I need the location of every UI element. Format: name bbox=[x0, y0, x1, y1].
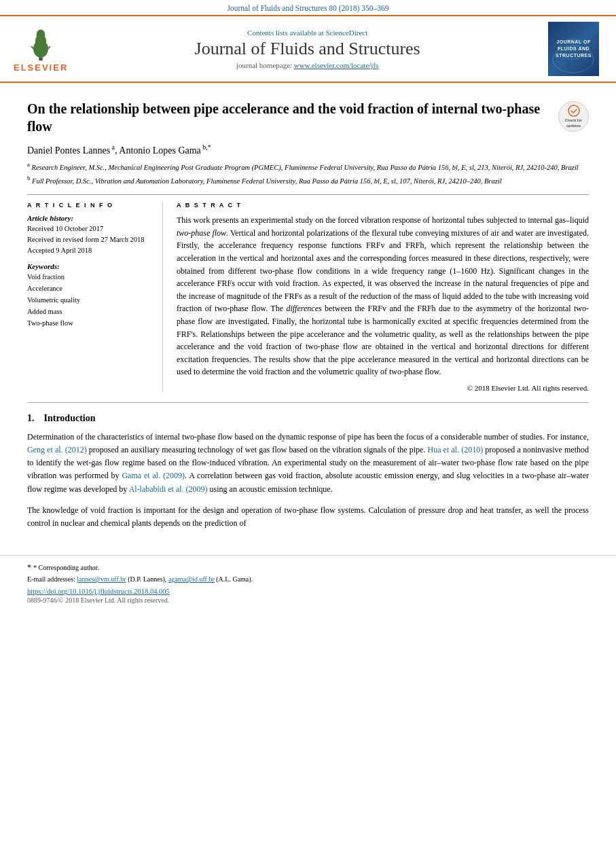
abstract-text: This work presents an experimental study… bbox=[177, 214, 589, 378]
keywords-section: Keywords: Void fraction Accelerance Volu… bbox=[27, 262, 152, 329]
elsevier-tree-icon bbox=[20, 25, 61, 62]
journal-citation: Journal of Fluids and Structures 80 (201… bbox=[228, 4, 389, 12]
journal-title: Journal of Fluids and Structures bbox=[80, 38, 535, 59]
keyword-5: Two-phase flow bbox=[27, 318, 152, 329]
main-content: On the relationship between pipe acceler… bbox=[0, 83, 616, 552]
footnote-emails: E-mail addresses: lannes@vm.uff.br (D.P.… bbox=[27, 574, 589, 585]
introduction-heading: 1. Introduction bbox=[27, 413, 589, 424]
check-updates-badge: Check for updates bbox=[558, 101, 589, 132]
star-symbol: * bbox=[27, 562, 33, 572]
author-1-superscript: a bbox=[110, 143, 115, 151]
footer: * * Corresponding author. E-mail address… bbox=[0, 555, 616, 609]
email-label: E-mail addresses: bbox=[27, 575, 77, 583]
ref-geng-2012[interactable]: Geng et al. (2012) bbox=[27, 445, 87, 454]
contents-text: Contents lists available at bbox=[247, 29, 325, 37]
sciencedirect-link: Contents lists available at ScienceDirec… bbox=[80, 29, 535, 37]
journal-cover-image: JOURNAL OF FLUIDS AND STRUCTURES bbox=[548, 22, 599, 76]
homepage-label: journal homepage: bbox=[236, 61, 294, 69]
author-2-name: Antonio Lopes Gama bbox=[119, 145, 201, 156]
abstract-label: A B S T R A C T bbox=[177, 202, 589, 209]
svg-point-3 bbox=[37, 29, 46, 40]
section-divider bbox=[27, 402, 589, 403]
email-2[interactable]: agama@id.uff.br bbox=[168, 575, 215, 583]
cover-text: JOURNAL OF FLUIDS AND STRUCTURES bbox=[556, 39, 592, 58]
introduction-paragraph-2: The knowledge of void fraction is import… bbox=[27, 504, 589, 530]
journal-homepage: journal homepage: www.elsevier.com/locat… bbox=[80, 61, 535, 69]
received-date: Received 10 October 2017 bbox=[27, 223, 152, 234]
abstract-column: A B S T R A C T This work presents an ex… bbox=[177, 202, 589, 392]
article-history: Article history: Received 10 October 201… bbox=[27, 214, 152, 255]
header-left: ELSEVIER bbox=[14, 25, 80, 73]
issn-text: 0889-9746/© 2018 Elsevier Ltd. All right… bbox=[27, 596, 589, 604]
introduction-paragraph-1: Determination of the characteristics of … bbox=[27, 431, 589, 496]
email-1[interactable]: lannes@vm.uff.br bbox=[77, 575, 126, 583]
corresponding-note: * Corresponding author. bbox=[33, 564, 99, 571]
journal-header: ELSEVIER Contents lists available at Sci… bbox=[0, 15, 616, 83]
affil-2-text: Full Professor, D.Sc., Vibration and Aut… bbox=[32, 177, 502, 184]
keyword-3: Volumetric quality bbox=[27, 295, 152, 306]
affil-1-text: Research Engineer, M.Sc., Mechanical Eng… bbox=[32, 163, 579, 171]
cover-line3: STRUCTURES bbox=[556, 52, 592, 59]
affiliation-2: b Full Professor, D.Sc., Vibration and A… bbox=[27, 174, 589, 186]
sciencedirect-name[interactable]: ScienceDirect bbox=[326, 29, 368, 37]
authors-line: Daniel Pontes Lannes a, Antonio Lopes Ga… bbox=[27, 143, 589, 156]
affil-1-sup: a bbox=[27, 161, 30, 168]
elsevier-logo: ELSEVIER bbox=[14, 25, 68, 73]
revised-date: Received in revised form 27 March 2018 bbox=[27, 234, 152, 245]
email-1-note: (D.P. Lannes), bbox=[126, 575, 168, 583]
ref-allababidi-2009[interactable]: Al-lababidi et al. (2009) bbox=[129, 484, 208, 494]
svg-point-6 bbox=[568, 105, 579, 116]
homepage-url[interactable]: www.elsevier.com/locate/jfs bbox=[294, 61, 379, 69]
affiliation-1: a Research Engineer, M.Sc., Mechanical E… bbox=[27, 160, 589, 173]
keyword-1: Void fraction bbox=[27, 272, 152, 283]
check-badge-label2: updates bbox=[566, 124, 581, 128]
journal-citation-bar: Journal of Fluids and Structures 80 (201… bbox=[0, 0, 616, 15]
ref-gama-2009[interactable]: Gama et al. (2009) bbox=[122, 471, 185, 480]
header-center: Contents lists available at ScienceDirec… bbox=[80, 29, 535, 69]
check-badge-label1: Check for bbox=[565, 118, 582, 123]
article-title-row: On the relationship between pipe acceler… bbox=[27, 100, 589, 135]
journal-cover-container: JOURNAL OF FLUIDS AND STRUCTURES bbox=[548, 22, 602, 76]
affil-2-sup: b bbox=[27, 175, 30, 181]
elsevier-wordmark: ELSEVIER bbox=[14, 62, 68, 73]
check-badge-inner: Check for updates bbox=[558, 101, 589, 132]
keyword-4: Added mass bbox=[27, 306, 152, 318]
author-2-superscript: b,* bbox=[201, 143, 211, 151]
doi-link[interactable]: https://doi.org/10.1016/j.jfluidstructs.… bbox=[27, 588, 589, 595]
affiliations: a Research Engineer, M.Sc., Mechanical E… bbox=[27, 160, 589, 187]
history-title: Article history: bbox=[27, 214, 152, 222]
author-1-name: Daniel Pontes Lannes bbox=[27, 145, 110, 156]
cover-line1: JOURNAL OF bbox=[556, 39, 592, 46]
section-number: 1. bbox=[27, 413, 35, 423]
keyword-2: Accelerance bbox=[27, 283, 152, 295]
article-info-column: A R T I C L E I N F O Article history: R… bbox=[27, 202, 163, 392]
ref-hua-2010[interactable]: Hua et al. (2010) bbox=[428, 445, 484, 454]
keywords-title: Keywords: bbox=[27, 262, 152, 270]
email-2-note: (A.L. Gama). bbox=[215, 575, 253, 583]
footnote-corresponding: * * Corresponding author. bbox=[27, 561, 589, 574]
article-title: On the relationship between pipe acceler… bbox=[27, 100, 558, 135]
article-info-abstract: A R T I C L E I N F O Article history: R… bbox=[27, 194, 589, 392]
article-info-label: A R T I C L E I N F O bbox=[27, 202, 152, 209]
cover-line2: FLUIDS AND bbox=[556, 46, 592, 52]
accepted-date: Accepted 9 April 2018 bbox=[27, 245, 152, 256]
check-icon bbox=[568, 105, 580, 118]
copyright-line: © 2018 Elsevier Ltd. All rights reserved… bbox=[177, 384, 589, 392]
